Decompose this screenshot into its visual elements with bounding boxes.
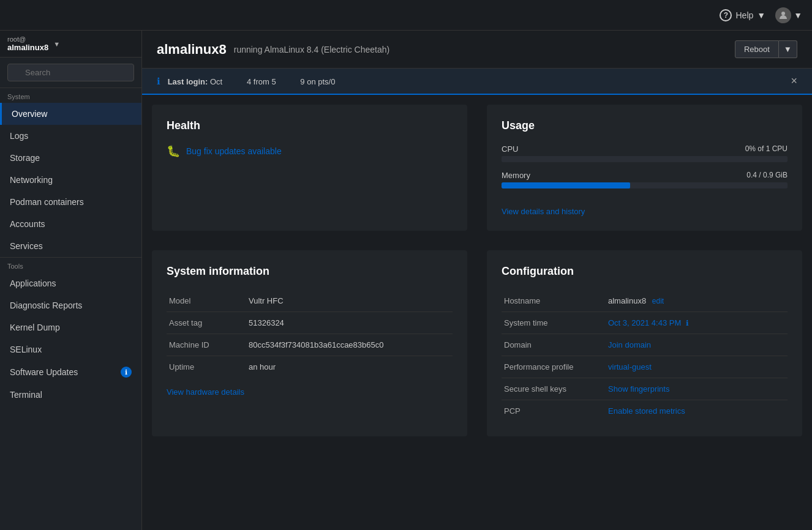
system-time-value[interactable]: Oct 3, 2021 4:43 PM bbox=[608, 318, 681, 327]
sidebar-item-kernel[interactable]: Kernel Dump bbox=[0, 316, 141, 338]
configuration-card: Configuration Hostname almalinux8 edit S… bbox=[487, 250, 802, 436]
reboot-button-group: Reboot ▼ bbox=[735, 40, 797, 58]
sidebar-user: root@ bbox=[7, 35, 48, 43]
notif-content: ℹ Last login: Oct 4 from 5 9 on pts/0 bbox=[157, 76, 335, 87]
sidebar-item-software[interactable]: Software Updates ℹ bbox=[0, 360, 141, 384]
domain-label: Domain bbox=[502, 334, 606, 356]
host-title-section: almalinux8 running AlmaLinux 8.4 (Electr… bbox=[157, 42, 389, 58]
view-hardware-link[interactable]: View hardware details bbox=[167, 387, 244, 397]
performance-profile-link[interactable]: virtual-guest bbox=[608, 362, 652, 371]
table-row: Secure shell keys Show fingerprints bbox=[502, 378, 788, 400]
sidebar-item-terminal[interactable]: Terminal bbox=[0, 384, 141, 406]
memory-value: 0.4 / 0.9 GiB bbox=[746, 171, 788, 180]
health-bug-item[interactable]: 🐛 Bug fix updates available bbox=[167, 144, 453, 158]
notif-close-button[interactable]: × bbox=[791, 75, 797, 88]
user-dropdown-arrow: ▼ bbox=[794, 10, 802, 20]
system-info-table: Model Vultr HFC Asset tag 51326324 Machi… bbox=[167, 290, 453, 378]
cpu-value: 0% of 1 CPU bbox=[745, 144, 788, 154]
sidebar: root@ almalinux8 ▼ System Overview Logs … bbox=[0, 31, 142, 530]
uptime-label: Uptime bbox=[167, 356, 246, 378]
memory-usage-row: Memory 0.4 / 0.9 GiB bbox=[502, 171, 788, 188]
svg-point-0 bbox=[781, 12, 785, 15]
tools-section-label: Tools bbox=[0, 257, 141, 272]
help-label: Help bbox=[735, 10, 753, 20]
sidebar-item-podman[interactable]: Podman containers bbox=[0, 191, 141, 213]
sidebar-item-accounts[interactable]: Accounts bbox=[0, 213, 141, 235]
machine-id-label: Machine ID bbox=[167, 334, 246, 356]
ssh-keys-label: Secure shell keys bbox=[502, 378, 606, 400]
ssh-keys-value: Show fingerprints bbox=[606, 378, 788, 400]
health-title: Health bbox=[167, 119, 453, 132]
user-menu-button[interactable]: ▼ bbox=[775, 7, 802, 23]
search-container bbox=[7, 64, 134, 81]
sidebar-hostname: almalinux8 bbox=[7, 43, 48, 52]
sidebar-account-header[interactable]: root@ almalinux8 ▼ bbox=[0, 31, 141, 58]
cpu-usage-row: CPU 0% of 1 CPU bbox=[502, 144, 788, 162]
main-layout: root@ almalinux8 ▼ System Overview Logs … bbox=[0, 31, 812, 530]
table-row: System time Oct 3, 2021 4:43 PM ℹ bbox=[502, 312, 788, 334]
memory-progress-bar bbox=[502, 182, 788, 188]
help-button[interactable]: ? Help ▼ bbox=[720, 9, 765, 21]
table-row: Model Vultr HFC bbox=[167, 290, 453, 312]
help-icon: ? bbox=[720, 9, 732, 21]
hostname-config-value: almalinux8 edit bbox=[606, 290, 788, 312]
memory-progress-fill bbox=[502, 182, 630, 188]
configuration-title: Configuration bbox=[502, 265, 788, 278]
cpu-progress-bar bbox=[502, 156, 788, 162]
host-name: almalinux8 bbox=[157, 42, 227, 58]
system-info-title: System information bbox=[167, 265, 453, 278]
host-subtitle: running AlmaLinux 8.4 (Electric Cheetah) bbox=[234, 45, 389, 54]
health-card: Health 🐛 Bug fix updates available bbox=[152, 105, 467, 231]
table-row: Uptime an hour bbox=[167, 356, 453, 378]
user-avatar-icon bbox=[775, 7, 791, 23]
sidebar-account-info: root@ almalinux8 bbox=[7, 35, 48, 52]
perf-profile-value: virtual-guest bbox=[606, 356, 788, 378]
table-row: Hostname almalinux8 edit bbox=[502, 290, 788, 312]
sidebar-item-overview[interactable]: Overview bbox=[0, 103, 141, 125]
domain-value: Join domain bbox=[606, 334, 788, 356]
hostname-edit-link[interactable]: edit bbox=[652, 297, 664, 305]
notification-bar: ℹ Last login: Oct 4 from 5 9 on pts/0 × bbox=[142, 69, 812, 95]
sidebar-item-networking[interactable]: Networking bbox=[0, 169, 141, 191]
cpu-label: CPU bbox=[502, 144, 518, 154]
sidebar-item-applications[interactable]: Applications bbox=[0, 272, 141, 294]
notif-info-icon: ℹ bbox=[157, 76, 160, 86]
reboot-button[interactable]: Reboot bbox=[735, 40, 779, 58]
asset-tag-value: 51326324 bbox=[246, 312, 453, 334]
sidebar-search-wrap bbox=[0, 58, 141, 88]
table-row: Machine ID 80cc534f3f734081b3a61ccae83b6… bbox=[167, 334, 453, 356]
sidebar-item-diagnostic[interactable]: Diagnostic Reports bbox=[0, 294, 141, 316]
perf-profile-label: Performance profile bbox=[502, 356, 606, 378]
sidebar-item-logs[interactable]: Logs bbox=[0, 125, 141, 147]
view-details-link[interactable]: View details and history bbox=[502, 207, 585, 216]
topbar: ? Help ▼ ▼ bbox=[0, 0, 812, 31]
enable-stored-metrics-link[interactable]: Enable stored metrics bbox=[608, 406, 685, 416]
model-value: Vultr HFC bbox=[246, 290, 453, 312]
sidebar-dropdown-arrow: ▼ bbox=[53, 40, 60, 48]
asset-tag-label: Asset tag bbox=[167, 312, 246, 334]
content-area: almalinux8 running AlmaLinux 8.4 (Electr… bbox=[142, 31, 812, 530]
usage-title: Usage bbox=[502, 119, 788, 132]
sidebar-item-storage[interactable]: Storage bbox=[0, 147, 141, 169]
reboot-dropdown-button[interactable]: ▼ bbox=[779, 40, 797, 58]
table-row: PCP Enable stored metrics bbox=[502, 400, 788, 422]
bug-icon: 🐛 bbox=[167, 144, 180, 158]
system-section-label: System bbox=[0, 88, 141, 103]
sidebar-item-selinux[interactable]: SELinux bbox=[0, 338, 141, 360]
pcp-label: PCP bbox=[502, 400, 606, 422]
table-row: Domain Join domain bbox=[502, 334, 788, 356]
search-input[interactable] bbox=[7, 64, 134, 81]
model-label: Model bbox=[167, 290, 246, 312]
reboot-arrow-icon: ▼ bbox=[784, 45, 792, 54]
last-login-detail: Oct 4 from 5 9 on pts/0 bbox=[210, 77, 335, 86]
system-time-value: Oct 3, 2021 4:43 PM ℹ bbox=[606, 312, 788, 334]
configuration-table: Hostname almalinux8 edit System time Oct… bbox=[502, 290, 788, 422]
domain-link[interactable]: Join domain bbox=[608, 340, 651, 349]
show-fingerprints-link[interactable]: Show fingerprints bbox=[608, 384, 669, 394]
sidebar-item-services[interactable]: Services bbox=[0, 235, 141, 257]
last-login-label: Last login: bbox=[168, 77, 208, 86]
machine-id-value: 80cc534f3f734081b3a61ccae83b65c0 bbox=[246, 334, 453, 356]
system-info-card: System information Model Vultr HFC Asset… bbox=[152, 250, 467, 436]
memory-label: Memory bbox=[502, 171, 530, 180]
table-row: Performance profile virtual-guest bbox=[502, 356, 788, 378]
